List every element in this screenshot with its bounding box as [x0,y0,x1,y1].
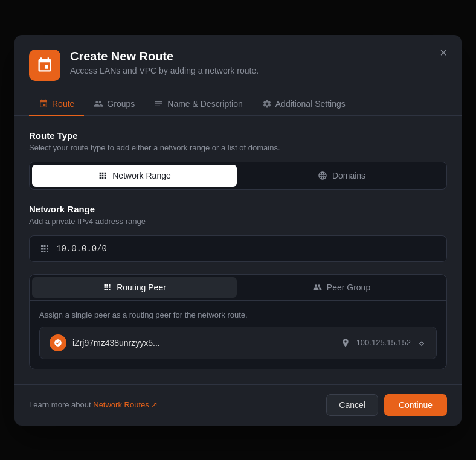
peer-avatar-icon [54,339,62,347]
close-button[interactable]: × [435,45,452,62]
domains-label: Domains [332,171,365,180]
peer-group-tab-icon [313,283,322,292]
chevron-updown-icon [417,338,426,348]
tabs-nav: Route Groups Name & Description Addition… [14,93,462,116]
peer-description: Assign a single peer as a routing peer f… [39,310,437,319]
network-range-section-title: Network Range [29,204,447,214]
tab-groups[interactable]: Groups [84,93,144,116]
peer-tabs: Routing Peer Peer Group [30,275,446,301]
route-icon [36,57,53,74]
modal-body: Route Type Select your route type to add… [14,116,462,384]
domains-btn[interactable]: Domains [239,165,444,187]
peer-select-left: iZrj97mz438unrzyyx5... [50,334,160,351]
network-range-input-group[interactable]: 10.0.0.0/0 [29,235,447,262]
network-range-section: Network Range Add a private IPv4 address… [29,204,447,262]
route-tab-icon [39,99,48,109]
groups-tab-icon [94,99,103,109]
peer-name: iZrj97mz438unrzyyx5... [72,338,160,348]
tab-route-label: Route [52,99,74,109]
stepper-icon [417,338,426,348]
network-range-btn[interactable]: Network Range [32,165,237,187]
peer-avatar [50,334,66,351]
tab-route[interactable]: Route [29,93,84,116]
modal-title: Create New Route [70,50,259,63]
peer-select-right: 100.125.15.152 [341,338,426,348]
network-range-icon [98,171,108,180]
modal-header: Create New Route Access LANs and VPC by … [14,35,462,81]
modal-title-area: Create New Route Access LANs and VPC by … [70,50,259,75]
location-icon [341,338,350,348]
route-type-toggle: Network Range Domains [29,162,447,190]
tab-additional-settings-label: Additional Settings [275,99,346,109]
route-type-section: Route Type Select your route type to add… [29,130,447,190]
footer-actions: Cancel Continue [326,394,447,416]
peer-group-tab-label: Peer Group [327,283,370,292]
modal-subtitle: Access LANs and VPC by adding a network … [70,66,259,75]
network-range-value: 10.0.0.0/0 [56,244,107,254]
route-type-title: Route Type [29,130,447,141]
peer-body: Assign a single peer as a routing peer f… [30,301,446,369]
peer-group-tab[interactable]: Peer Group [239,277,444,298]
routing-peer-tab-label: Routing Peer [117,283,166,292]
modal-footer: Learn more about Network Routes ↗ Cancel… [14,384,462,426]
name-desc-tab-icon [154,99,164,109]
modal-icon [29,50,60,81]
domains-icon [318,171,327,180]
route-type-desc: Select your route type to add either a n… [29,143,447,152]
tab-name-description[interactable]: Name & Description [144,93,252,116]
network-input-icon [39,243,50,254]
network-range-label: Network Range [112,171,171,180]
routing-peer-tab[interactable]: Routing Peer [32,277,237,298]
peer-ip: 100.125.15.152 [356,338,411,347]
network-routes-link[interactable]: Network Routes ↗ [93,400,158,409]
tab-groups-label: Groups [107,99,135,109]
peer-section: Routing Peer Peer Group Assign a single … [29,274,447,369]
cancel-button[interactable]: Cancel [326,394,378,416]
create-route-modal: Create New Route Access LANs and VPC by … [14,35,462,426]
network-range-section-desc: Add a private IPv4 address range [29,217,447,226]
learn-more-text: Learn more about [29,400,91,409]
tab-name-description-label: Name & Description [167,99,243,109]
routing-peer-tab-icon [103,283,112,292]
modal-overlay: Create New Route Access LANs and VPC by … [0,0,476,460]
footer-learn-more: Learn more about Network Routes ↗ [29,400,158,409]
tab-additional-settings[interactable]: Additional Settings [252,93,355,116]
peer-selector[interactable]: iZrj97mz438unrzyyx5... 100.125.15.152 [39,327,437,359]
continue-button[interactable]: Continue [384,394,447,416]
settings-tab-icon [262,99,272,109]
